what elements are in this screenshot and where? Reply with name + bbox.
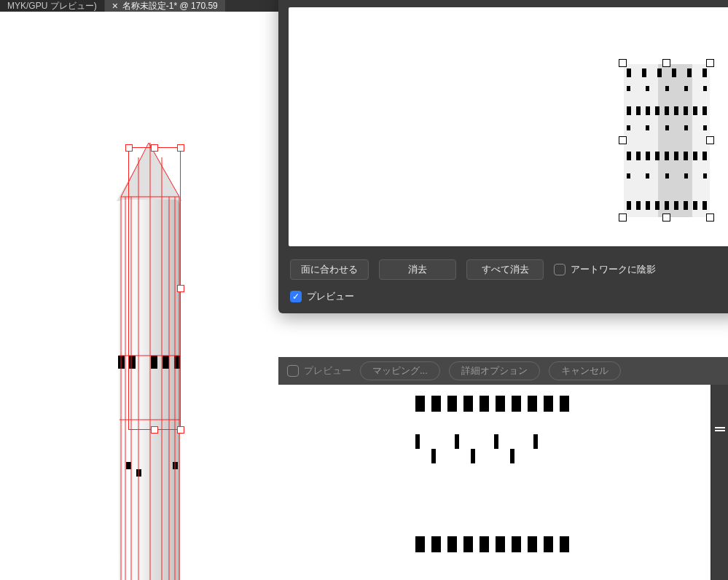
symbol-handle[interactable] (707, 137, 713, 144)
symbol-row (627, 68, 707, 77)
panel-dock[interactable] (711, 385, 728, 580)
symbol-row (627, 201, 707, 210)
resize-handle-bm[interactable] (152, 427, 157, 433)
tab-label: MYK/GPU プレビュー) (7, 0, 97, 12)
checkbox-off-icon (554, 264, 565, 275)
mapping-button[interactable]: マッピング... (360, 361, 440, 380)
resize-handle-tm[interactable] (152, 145, 157, 151)
scale-to-fit-button[interactable]: 面に合わせる (290, 259, 369, 280)
artwork-band-mid-bot (431, 449, 514, 463)
symbol-handle[interactable] (619, 137, 626, 144)
symbol-row (627, 86, 707, 91)
symbol-handle[interactable] (707, 60, 713, 66)
resize-handle-br[interactable] (178, 427, 184, 433)
symbol-row (627, 173, 707, 179)
selection-bbox (128, 147, 181, 430)
artwork-band-top (415, 396, 569, 412)
document-tab-current[interactable]: × 名称未設定-1* @ 170.59 (104, 0, 225, 12)
map-art-dialog[interactable]: シンボルを作成、編集するにはシンボルパネルを使用してください。 (278, 0, 728, 313)
symbol-row (627, 125, 707, 130)
artwork-band-bottom (415, 536, 569, 552)
shade-artwork-label: アートワークに陰影 (571, 263, 656, 276)
clear-button[interactable]: 消去 (379, 259, 456, 280)
advanced-options-button[interactable]: 詳細オプション (449, 361, 540, 380)
checkbox-on-icon: ✓ (290, 291, 302, 302)
symbol-handle[interactable] (663, 60, 670, 66)
parent-dialog-footer: プレビュー マッピング... 詳細オプション キャンセル (278, 357, 728, 385)
preview-checkbox[interactable]: ✓ プレビュー (290, 290, 354, 303)
tab-label: 名称未設定-1* @ 170.59 (122, 0, 218, 12)
clear-all-button[interactable]: すべて消去 (466, 259, 544, 280)
symbol-handle[interactable] (663, 214, 670, 221)
dialog-preview-row: ✓ プレビュー (278, 287, 728, 313)
symbol-row (627, 106, 707, 115)
symbol-handle[interactable] (619, 60, 626, 66)
checkbox-off-icon (287, 365, 299, 377)
symbol-handle[interactable] (707, 214, 713, 221)
resize-handle-tl[interactable] (126, 145, 132, 151)
document-tab-prev[interactable]: MYK/GPU プレビュー) (0, 0, 104, 12)
artwork-band-mid-top (415, 434, 538, 449)
symbol-preview-surface[interactable] (289, 7, 728, 246)
cancel-button[interactable]: キャンセル (549, 361, 621, 380)
rocket-3d-object[interactable] (115, 143, 185, 580)
resize-handle-tr[interactable] (178, 145, 184, 151)
dialog-button-row: 面に合わせる 消去 すべて消去 アートワークに陰影 (278, 252, 728, 287)
mapped-symbol[interactable] (624, 64, 710, 217)
symbol-handle[interactable] (619, 214, 626, 221)
symbol-row (627, 152, 707, 160)
close-icon[interactable]: × (112, 0, 118, 12)
resize-handle-mr[interactable] (178, 286, 184, 291)
shade-artwork-checkbox[interactable]: アートワークに陰影 (554, 263, 656, 276)
preview-label: プレビュー (307, 290, 354, 303)
parent-preview-checkbox[interactable]: プレビュー (287, 364, 351, 377)
